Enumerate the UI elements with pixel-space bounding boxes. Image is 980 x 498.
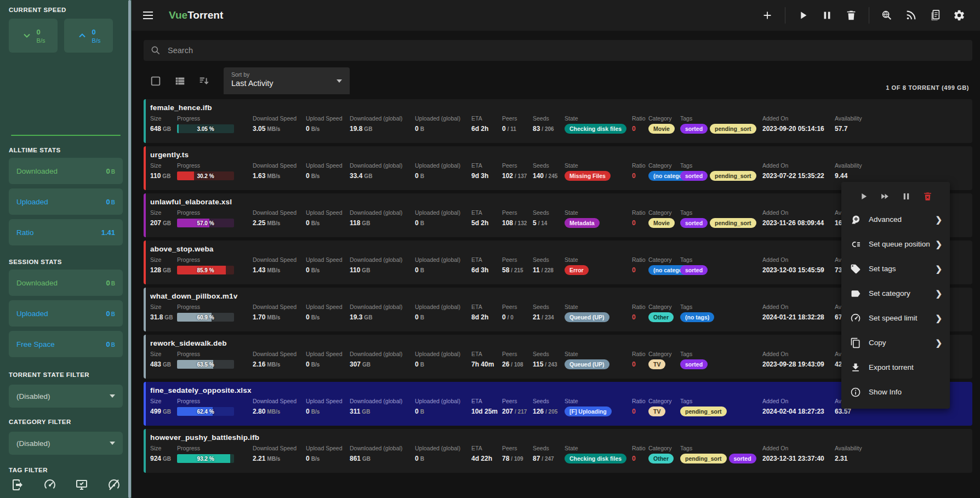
peers-cell: Peers207/ 217 bbox=[502, 398, 533, 416]
search-input[interactable] bbox=[168, 46, 966, 55]
chevron-up-icon bbox=[77, 30, 88, 41]
cell-value: 2024-01-21 18:32:28 bbox=[762, 312, 835, 322]
torrent-columns: Size648GBProgress3.05 %Download Speed3.0… bbox=[150, 115, 967, 134]
eta-cell: ETA6d 2h bbox=[471, 115, 502, 134]
downloaded-global-cell: Downloaded (global)311GB bbox=[350, 398, 415, 416]
stat-card-downloaded[interactable]: Downloaded0B bbox=[9, 158, 123, 184]
seeds-cell: Seeds87/ 247 bbox=[533, 445, 565, 463]
context-menu-item-set-queue-position[interactable]: Set queue position❯ bbox=[841, 232, 950, 256]
stat-card-ratio[interactable]: Ratio1.41 bbox=[9, 219, 123, 245]
uploaded-global-cell: Uploaded (global)0B bbox=[415, 351, 471, 369]
view-list-icon[interactable] bbox=[174, 75, 186, 87]
stat-card-downloaded[interactable]: Downloaded0B bbox=[9, 270, 123, 296]
pause-icon[interactable] bbox=[821, 9, 833, 21]
cell-value: Error bbox=[565, 265, 632, 275]
play-icon[interactable] bbox=[797, 9, 809, 21]
progress-label: 57.0 % bbox=[177, 219, 234, 227]
cell-value: 0B bbox=[415, 265, 471, 275]
context-menu-item-set-category[interactable]: Set category❯ bbox=[841, 281, 950, 306]
cell-value: 110GB bbox=[350, 265, 415, 275]
context-menu-item-export-torrent[interactable]: Export torrent bbox=[841, 355, 950, 380]
plus-icon[interactable] bbox=[761, 9, 773, 21]
log-icon[interactable] bbox=[929, 9, 941, 21]
column-label: Ratio bbox=[632, 398, 648, 404]
cell-value: 9d 3h bbox=[471, 171, 502, 181]
column-label: State bbox=[565, 445, 632, 451]
cell-value: 63.5 % bbox=[177, 359, 253, 369]
delete-x-icon[interactable] bbox=[922, 191, 933, 202]
tag-badge: sorted bbox=[729, 454, 756, 463]
context-menu-item-set-tags[interactable]: Set tags❯ bbox=[841, 256, 950, 281]
download-speed-card[interactable]: 0 B/s bbox=[9, 19, 58, 53]
category-filter-value: (Disabled) bbox=[16, 439, 50, 448]
category-filter-select[interactable]: (Disabled) bbox=[9, 432, 123, 455]
context-menu-item-show-info[interactable]: Show Info bbox=[841, 380, 950, 404]
column-label: Availability bbox=[835, 162, 967, 169]
search-bar[interactable] bbox=[144, 40, 972, 61]
progress-bar: 85.9 % bbox=[177, 266, 234, 274]
size-cell: Size483GB bbox=[150, 351, 177, 369]
tag-filter-title: TAG FILTER bbox=[9, 467, 123, 473]
current-speed-title: CURRENT SPEED bbox=[9, 7, 123, 13]
tags-cell: Tagssortedpending_sort bbox=[680, 115, 762, 134]
logout-icon[interactable] bbox=[11, 478, 24, 491]
column-label: Downloaded (global) bbox=[350, 162, 415, 169]
cell-value: 2.25MB/s bbox=[253, 218, 306, 228]
menu-hamburger-icon[interactable] bbox=[141, 9, 155, 22]
pause-icon[interactable] bbox=[901, 191, 911, 202]
stat-card-uploaded[interactable]: Uploaded0B bbox=[9, 300, 123, 327]
torrent-row[interactable]: female_hence.ifbSize648GBProgress3.05 %D… bbox=[144, 99, 972, 143]
fast-forward-icon[interactable] bbox=[880, 191, 890, 202]
column-label: Added On bbox=[762, 351, 835, 357]
cell-value: 2023-12-03 15:45:59 bbox=[762, 265, 835, 275]
topbar-icon-group bbox=[875, 9, 971, 21]
speedometer-icon[interactable] bbox=[43, 478, 56, 491]
cell-value: 57.7 bbox=[835, 124, 967, 134]
stat-card-uploaded[interactable]: Uploaded0B bbox=[9, 188, 123, 215]
state-cell: StateChecking disk files bbox=[565, 115, 632, 134]
select-all-checkbox-icon[interactable] bbox=[150, 75, 162, 87]
sort-order-icon[interactable] bbox=[198, 75, 210, 87]
context-menu-item-set-speed-limit[interactable]: Set speed limit❯ bbox=[841, 306, 950, 330]
delete-icon[interactable] bbox=[845, 9, 857, 21]
cell-value: 0 bbox=[632, 124, 648, 134]
rss-icon[interactable] bbox=[905, 9, 917, 21]
context-menu-item-copy[interactable]: Copy❯ bbox=[841, 330, 950, 355]
context-menu-item-label: Set tags bbox=[869, 265, 896, 273]
torrent-row[interactable]: however_pushy_battleship.ifbSize924GBPro… bbox=[144, 429, 972, 473]
state-filter-select[interactable]: (Disabled) bbox=[9, 385, 123, 408]
peers-cell: Peers26/ 108 bbox=[502, 351, 533, 369]
column-label: Tags bbox=[680, 162, 762, 169]
column-label: Category bbox=[648, 398, 680, 404]
state-badge: Error bbox=[565, 265, 589, 275]
cell-value: Missing Files bbox=[565, 171, 632, 181]
eta-cell: ETA5d 2h bbox=[471, 209, 502, 228]
column-label: Progress bbox=[177, 256, 253, 263]
search-engine-icon[interactable] bbox=[881, 9, 893, 21]
cell-value: Metadata bbox=[565, 218, 632, 228]
cell-value: 9.44 bbox=[835, 171, 967, 181]
play-icon[interactable] bbox=[858, 191, 869, 202]
settings-icon[interactable] bbox=[953, 9, 965, 21]
sort-by-select[interactable]: Sort by Last Activity bbox=[224, 67, 350, 94]
chevron-right-icon: ❯ bbox=[935, 215, 942, 225]
column-label: Ratio bbox=[632, 304, 648, 310]
upload-speed-card[interactable]: 0 B/s bbox=[64, 19, 113, 53]
progress-label: 62.4 % bbox=[177, 407, 234, 416]
ratio-cell: Ratio0 bbox=[632, 445, 648, 463]
progress-bar: 93.2 % bbox=[177, 454, 234, 463]
stat-card-free-space[interactable]: Free Space0B bbox=[9, 331, 123, 357]
added-on-cell: Added On2023-09-28 19:43:09 bbox=[762, 351, 835, 369]
column-label: Tags bbox=[680, 304, 762, 310]
progress-cell: Progress60.9 % bbox=[177, 304, 253, 322]
column-label: Peers bbox=[502, 304, 533, 310]
stat-value: 0B bbox=[106, 198, 115, 206]
category-cell: CategoryOther bbox=[648, 445, 680, 463]
context-menu-item-advanced[interactable]: Advanced❯ bbox=[841, 207, 950, 232]
stat-value: 0B bbox=[106, 340, 115, 348]
sidebar-scrollbar[interactable] bbox=[128, 0, 131, 498]
column-label: ETA bbox=[471, 115, 502, 122]
cell-value: 31.8GB bbox=[150, 312, 177, 322]
monitor-check-icon[interactable] bbox=[75, 478, 88, 491]
alt-speed-icon[interactable] bbox=[107, 478, 121, 491]
